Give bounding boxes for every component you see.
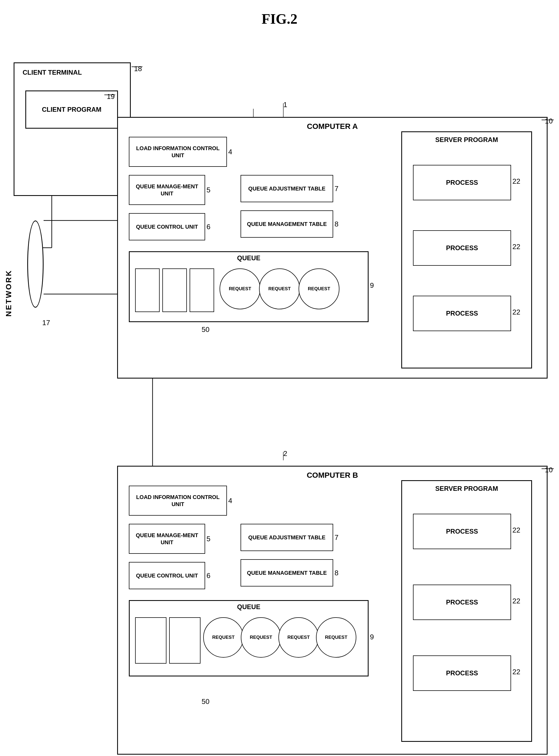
queue-section-a: QUEUE REQUEST REQUEST REQUEST (129, 251, 368, 322)
request-circle-b2: REQUEST (241, 617, 281, 657)
network-oval (27, 220, 44, 308)
process-box-a3: PROCESS (413, 296, 511, 331)
ref-10-a: 10 (545, 117, 553, 125)
process-box-a1: PROCESS (413, 165, 511, 200)
request-circle-b4: REQUEST (316, 617, 356, 657)
queue-adj-table-a: QUEUE ADJUSTMENT TABLE (241, 175, 333, 202)
process-box-b1: PROCESS (413, 514, 511, 549)
ref-50-b: 50 (202, 697, 209, 706)
queue-mgmt-box-a: QUEUE MANAGE-MENT UNIT (129, 175, 205, 205)
queue-section-b: QUEUE REQUEST REQUEST REQUEST REQUEST (129, 600, 368, 676)
ref-4-b: 4 (228, 497, 232, 505)
load-info-box-a: LOAD INFORMATION CONTROL UNIT (129, 137, 227, 167)
ref-10-b: 10 (545, 466, 553, 474)
client-terminal-label: CLIENT TERMINAL (23, 69, 82, 76)
queue-adj-table-b: QUEUE ADJUSTMENT TABLE (241, 524, 333, 551)
ref-17: 17 (42, 319, 50, 327)
ref-22-a3: 22 (512, 308, 520, 317)
queue-mgmt-box-b: QUEUE MANAGE-MENT UNIT (129, 524, 205, 554)
server-program-label-a: SERVER PROGRAM (402, 136, 531, 144)
server-program-label-b: SERVER PROGRAM (402, 485, 531, 493)
ref-22-b3: 22 (512, 668, 520, 676)
server-program-b-outer: SERVER PROGRAM PROCESS PROCESS PROCESS 2… (401, 480, 532, 742)
request-circle-a2: REQUEST (259, 268, 300, 309)
request-circle-a1: REQUEST (220, 268, 261, 309)
queue-mgmt-table-b: QUEUE MANAGEMENT TABLE (241, 559, 333, 586)
ref-19: 19 (107, 92, 115, 101)
ref-5-b: 5 (206, 535, 210, 543)
request-circle-b1: REQUEST (203, 617, 244, 657)
ref-6-a: 6 (206, 223, 210, 231)
ref-6-b: 6 (206, 571, 210, 580)
process-box-b3: PROCESS (413, 655, 511, 691)
computer-b-outer: COMPUTER B LOAD INFORMATION CONTROL UNIT… (117, 466, 547, 755)
ref-9-a: 9 (370, 281, 374, 290)
ref-7-a: 7 (335, 185, 338, 193)
ref-22-a1: 22 (512, 177, 520, 186)
ref-7-b: 7 (335, 533, 338, 542)
queue-label-a: QUEUE (130, 254, 368, 262)
ref-22-a2: 22 (512, 242, 520, 251)
computer-a-label: COMPUTER A (118, 122, 547, 131)
ref-8-b: 8 (335, 569, 338, 577)
server-program-a-outer: SERVER PROGRAM PROCESS PROCESS PROCESS 2… (401, 131, 532, 368)
load-info-box-b: LOAD INFORMATION CONTROL UNIT (129, 485, 227, 516)
process-box-a2: PROCESS (413, 230, 511, 266)
computer-a-outer: COMPUTER A LOAD INFORMATION CONTROL UNIT… (117, 117, 547, 379)
page-title: FIG.2 (0, 0, 559, 27)
ref-9-b: 9 (370, 633, 374, 641)
ref-22-b1: 22 (512, 526, 520, 535)
client-program-box: CLIENT PROGRAM (25, 90, 118, 129)
queue-label-b: QUEUE (130, 603, 368, 611)
queue-mgmt-table-a: QUEUE MANAGEMENT TABLE (241, 210, 333, 238)
queue-ctrl-box-a: QUEUE CONTROL UNIT (129, 213, 205, 240)
ref-22-b2: 22 (512, 597, 520, 605)
ref-5-a: 5 (206, 186, 210, 194)
client-terminal-box: CLIENT TERMINAL CLIENT PROGRAM (14, 62, 131, 196)
request-circle-b3: REQUEST (278, 617, 319, 657)
ref-2: 2 (283, 449, 287, 458)
ref-8-a: 8 (335, 220, 338, 229)
process-box-b2: PROCESS (413, 585, 511, 620)
ref-4-a: 4 (228, 148, 232, 156)
ref-18: 18 (134, 65, 142, 73)
ref-50-a: 50 (202, 325, 209, 334)
queue-ctrl-box-b: QUEUE CONTROL UNIT (129, 562, 205, 589)
request-circle-a3: REQUEST (298, 268, 339, 309)
computer-b-label: COMPUTER B (118, 471, 547, 480)
ref-1: 1 (283, 101, 287, 109)
network-label: NETWORK (4, 269, 13, 317)
